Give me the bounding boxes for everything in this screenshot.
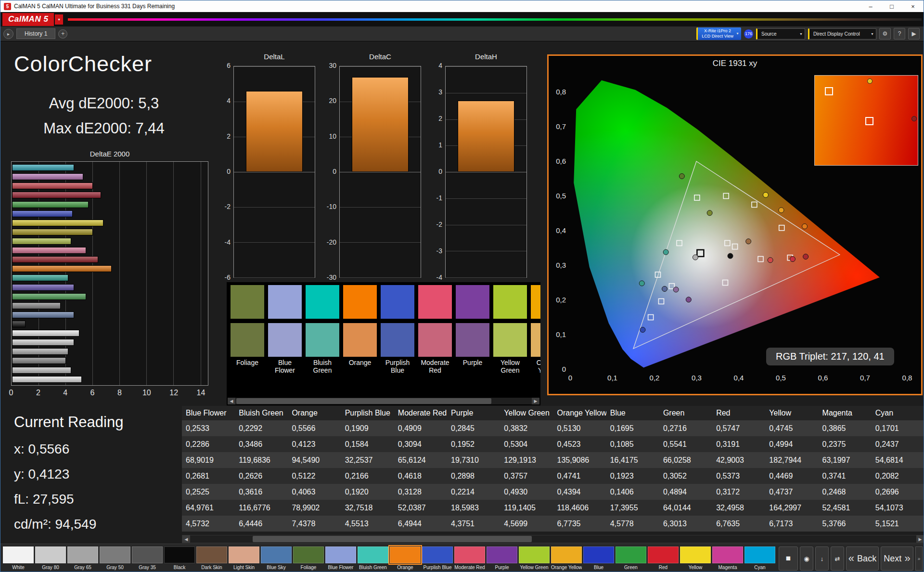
table-cell: 0,1406 [606, 488, 659, 496]
palette-item-yellow-green[interactable]: Yellow Green [519, 546, 550, 570]
close-button[interactable]: × [902, 0, 924, 12]
palette-item-gray-65[interactable]: Gray 65 [67, 546, 98, 570]
calman-logo[interactable]: CalMAN 5 [2, 13, 54, 26]
scroll-thumb[interactable] [236, 398, 491, 404]
scroll-right-icon[interactable]: ▶ [532, 398, 539, 404]
palette-item-black[interactable]: Black [164, 546, 195, 570]
calman-window: 5 CalMAN 5 CalMAN Ultimate for Business … [0, 0, 924, 572]
palette-item-gray-80[interactable]: Gray 80 [35, 546, 66, 570]
palette-item-foliage[interactable]: Foliage [293, 546, 324, 570]
table-cell: 18,5983 [447, 504, 500, 512]
share-button[interactable]: ⇄ [831, 546, 844, 571]
table-cell: 4,5778 [606, 520, 659, 528]
palette-swatch [712, 546, 743, 563]
palette-item-orange[interactable]: Orange [390, 546, 421, 570]
palette-item-yellow[interactable]: Yellow [680, 546, 711, 570]
palette-swatch [358, 546, 388, 563]
table-cell: 0,2898 [447, 472, 500, 481]
logo-dropdown-icon[interactable]: ▼ [55, 14, 63, 25]
header-bar: CalMAN 5 ▼ [0, 12, 924, 26]
meter-select[interactable]: X-Rite i1Pro 2 LCD Direct View ▼ [696, 27, 741, 40]
palette-label: Purplish Blue [422, 565, 453, 570]
gridline [234, 66, 315, 67]
table-cell: 0,2525 [182, 488, 235, 496]
palette-item-blue-flower[interactable]: Blue Flower [325, 546, 356, 570]
help-button[interactable]: ? [894, 28, 905, 39]
swatch-column: Purplish Blue [381, 285, 414, 374]
scroll-track[interactable] [190, 535, 916, 543]
measured-swatch [268, 323, 302, 357]
deltae-xaxis: 02468101214 [11, 389, 208, 398]
scroll-left-icon[interactable]: ◀ [182, 535, 190, 543]
share-icon: ⇄ [835, 555, 840, 562]
scroll-track[interactable] [235, 398, 532, 404]
palette-item-white[interactable]: White [3, 546, 34, 570]
svg-text:0,4: 0,4 [734, 374, 744, 382]
palette-swatch [100, 546, 130, 563]
swatch-column: Moderate Red [418, 285, 452, 374]
table-cell: 0,4994 [765, 440, 818, 449]
swatch-scrollbar[interactable]: ◀ ▶ [228, 398, 539, 404]
next-button[interactable]: Next » [881, 546, 913, 571]
palette-item-bluish-green[interactable]: Bluish Green [358, 546, 388, 570]
table-cell: 32,2537 [341, 456, 394, 465]
current-reading-title: Current Reading [14, 414, 123, 431]
column-header: Orange [288, 409, 341, 417]
swatch-column: Blue Flower [268, 285, 302, 374]
advance-button[interactable]: ▶ [908, 28, 920, 39]
palette-item-green[interactable]: Green [616, 546, 646, 570]
display-control-select[interactable]: Direct Display Control ▼ [808, 28, 876, 39]
scroll-right-icon[interactable]: ▶ [916, 535, 924, 543]
palette-item-purple[interactable]: Purple [487, 546, 517, 570]
ytick-label: 10 [318, 132, 336, 140]
scroll-thumb[interactable] [253, 536, 532, 542]
measured-swatch [493, 323, 527, 357]
palette-item-moderate-red[interactable]: Moderate Red [454, 546, 485, 570]
tab-history-1[interactable]: History 1 [16, 28, 55, 39]
save-button[interactable]: ↓ [815, 546, 829, 571]
stop-button[interactable]: ■ [779, 546, 798, 571]
palette-swatch [325, 546, 356, 563]
table-cell: 0,3865 [819, 424, 872, 433]
palette-item-cyan[interactable]: Cyan [744, 546, 775, 570]
deltae-bar [12, 220, 103, 226]
save-icon: ↓ [821, 555, 824, 562]
table-cell: 0,2437 [872, 440, 924, 449]
next-chevrons-icon: » [904, 552, 910, 565]
swatch-label: Orange Yellow [531, 359, 540, 374]
delta-charts: DeltaL6420-2-4-6DeltaC3020100-10-20-30De… [212, 52, 530, 283]
swatch-label: Bluish Green [306, 359, 339, 374]
minimize-button[interactable]: – [860, 0, 881, 12]
deltae-bar [12, 321, 26, 327]
palette-item-gray-50[interactable]: Gray 50 [100, 546, 130, 570]
source-select[interactable]: Source ▼ [756, 28, 805, 39]
palette-item-orange-yellow[interactable]: Orange Yellow [551, 546, 582, 570]
palette-item-red[interactable]: Red [648, 546, 679, 570]
palette-item-dark-skin[interactable]: Dark Skin [196, 546, 227, 570]
palette-item-blue[interactable]: Blue [583, 546, 614, 570]
palette-item-blue-sky[interactable]: Blue Sky [261, 546, 292, 570]
svg-text:0,7: 0,7 [860, 374, 870, 382]
add-tab-button[interactable]: + [58, 29, 67, 39]
table-cell: 0,5566 [288, 424, 341, 433]
table-cell: 64,9761 [182, 504, 235, 512]
settings-button[interactable]: ⚙ [879, 28, 891, 39]
table-body: 0,25330,22920,55660,19090,49090,28450,38… [182, 420, 924, 532]
palette-item-magenta[interactable]: Magenta [712, 546, 743, 570]
maximize-button[interactable]: □ [881, 0, 902, 12]
deltae-xtick: 4 [63, 389, 67, 397]
palette-label: White [3, 565, 34, 570]
palette-item-light-skin[interactable]: Light Skin [229, 546, 259, 570]
tab-nav-button[interactable]: ▸ [3, 29, 13, 39]
table-scrollbar[interactable]: ◀ ▶ [182, 535, 924, 543]
back-button[interactable]: « Back [846, 546, 879, 571]
measured-swatch [456, 323, 489, 357]
scroll-left-icon[interactable]: ◀ [228, 398, 235, 404]
palette-item-gray-35[interactable]: Gray 35 [132, 546, 163, 570]
panel-expand-button[interactable]: » [915, 546, 923, 571]
palette-item-purplish-blue[interactable]: Purplish Blue [422, 546, 453, 570]
reference-swatch [268, 285, 302, 319]
svg-text:0,7: 0,7 [556, 122, 566, 130]
deltae-bar [12, 284, 74, 291]
capture-button[interactable]: ◉ [800, 546, 813, 571]
